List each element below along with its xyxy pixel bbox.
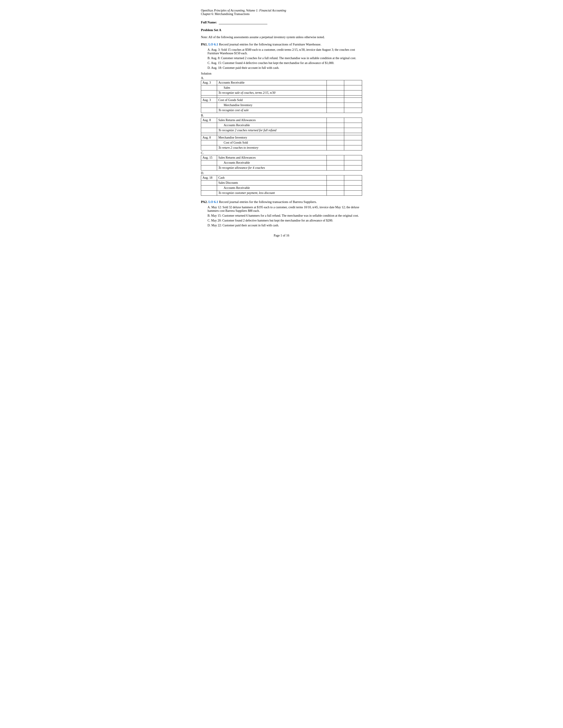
debit-cell <box>327 80 344 85</box>
journal-row: To recognize sale of couches, terms 2/15… <box>201 90 362 96</box>
journal-row: Aug. 15 Sales Returns and Allowances <box>201 155 362 160</box>
journal-row: Aug. 8 Sales Returns and Allowances <box>201 118 362 123</box>
entry-date <box>201 90 217 95</box>
credit-cell <box>344 85 362 90</box>
entry-account: Merchandise Inventory <box>217 135 327 140</box>
entry-date: Aug. 8 <box>201 118 217 123</box>
entry-memo: To recognize allowance for 4 couches <box>217 165 327 170</box>
entry-account: Sales Discounts <box>217 180 327 185</box>
credit-cell <box>344 175 362 180</box>
section-d-label: D. <box>201 171 362 175</box>
entry-memo: To recognize 2 couches returned for full… <box>217 128 327 133</box>
entry-date <box>201 85 217 90</box>
entry-account: Accounts Receivable <box>217 80 327 85</box>
problem-set-title: Problem Set A <box>201 28 362 32</box>
pa1-header: PA1. LO 6.1 Record journal entries for t… <box>201 43 362 46</box>
debit-cell <box>327 135 344 140</box>
page-footer: Page 1 of 16 <box>201 234 362 237</box>
list-item: B. May 15: Customer returned 6 hammers f… <box>207 214 362 218</box>
credit-cell <box>344 123 362 128</box>
credit-cell <box>344 186 362 190</box>
entry-date <box>201 128 217 133</box>
journal-row: To recognize customer payment, less disc… <box>201 191 362 195</box>
entry-date <box>201 108 217 113</box>
list-item: A. Aug. 3: Sold 15 couches at $500 each … <box>207 48 362 55</box>
credit-cell <box>344 128 362 133</box>
journal-block-d: Aug. 18 Cash Sales Discounts Accounts Re… <box>201 175 362 196</box>
journal-row: Aug. 3 Accounts Receivable <box>201 80 362 85</box>
entry-account: Cost of Goods Sold <box>217 98 327 103</box>
credit-cell <box>344 103 362 108</box>
journal-row: To recognize 2 couches returned for full… <box>201 128 362 133</box>
pa2-list: A. May 12: Sold 32 deluxe hammers at $19… <box>207 206 362 227</box>
header-publisher: OpenStax <box>201 9 214 12</box>
entry-memo: To recognize customer payment, less disc… <box>217 191 327 195</box>
debit-cell <box>327 175 344 180</box>
entry-account-indent: Cost of Goods Sold <box>217 140 327 145</box>
entry-memo: To recognize sale of couches, terms 2/15… <box>217 90 327 95</box>
pa1-description: Record journal entries for the following… <box>219 43 321 46</box>
entry-date <box>201 191 217 195</box>
pa1-list: A. Aug. 3: Sold 15 couches at $500 each … <box>207 48 362 70</box>
journal-row: Cost of Goods Sold <box>201 140 362 145</box>
entry-date <box>201 103 217 108</box>
journal-row: Accounts Receivable <box>201 160 362 165</box>
credit-cell <box>344 135 362 140</box>
pa2-header: PA2. LO 6.1 Record journal entries for t… <box>201 200 362 204</box>
pa1-label: PA1. <box>201 43 207 46</box>
credit-cell <box>344 160 362 165</box>
credit-cell <box>344 140 362 145</box>
credit-cell <box>344 180 362 185</box>
list-item: A. May 12: Sold 32 deluxe hammers at $19… <box>207 206 362 213</box>
header-title-italic: Principles of Accounting, Volume 1: Fina… <box>214 9 286 12</box>
entry-account: Sales Returns and Allowances <box>217 118 327 123</box>
journal-row: Merchandise Inventory <box>201 103 362 108</box>
debit-cell <box>327 155 344 160</box>
debit-cell <box>327 128 344 133</box>
list-item: D. May 22: Customer paid their account i… <box>207 224 362 227</box>
list-item: D. Aug. 18: Customer paid their account … <box>207 66 362 70</box>
entry-date <box>201 123 217 128</box>
note-text: Note: All of the following assessments a… <box>201 36 362 39</box>
journal-block-b: Aug. 8 Sales Returns and Allowances Acco… <box>201 118 362 150</box>
full-name-label: Full Name: <box>201 21 217 24</box>
section-c-label: C. <box>201 151 362 155</box>
entry-date: Aug. 3 <box>201 80 217 85</box>
header-line1: OpenStax Principles of Accounting, Volum… <box>201 9 362 12</box>
entry-date <box>201 165 217 170</box>
debit-cell <box>327 85 344 90</box>
entry-memo: To recognize cost of sale <box>217 108 327 113</box>
journal-row: Accounts Receivable <box>201 123 362 128</box>
entry-account: Cash <box>217 175 327 180</box>
debit-cell <box>327 108 344 113</box>
entry-account-indent: Accounts Receivable <box>217 160 327 165</box>
section-b-label: B. <box>201 114 362 117</box>
debit-cell <box>327 123 344 128</box>
debit-cell <box>327 165 344 170</box>
entry-date <box>201 140 217 145</box>
pa2-label: PA2. <box>201 200 207 204</box>
credit-cell <box>344 90 362 95</box>
debit-cell <box>327 145 344 150</box>
entry-date: Aug. 18 <box>201 175 217 180</box>
credit-cell <box>344 191 362 195</box>
journal-row: Aug. 3 Cost of Goods Sold <box>201 98 362 103</box>
journal-row: Aug. 18 Cash <box>201 175 362 180</box>
journal-row: Aug. 8 Merchandise Inventory <box>201 135 362 140</box>
entry-account: Sales Returns and Allowances <box>217 155 327 160</box>
credit-cell <box>344 108 362 113</box>
debit-cell <box>327 186 344 190</box>
full-name-section: Full Name: <box>201 20 362 24</box>
list-item: B. Aug. 8: Customer returned 2 couches f… <box>207 56 362 60</box>
entry-account-indent: Accounts Receivable <box>217 186 327 190</box>
journal-row: To recognize cost of sale <box>201 108 362 113</box>
entry-account-indent: Accounts Receivable <box>217 123 327 128</box>
pa2-lo-label: LO 6.1 <box>208 200 218 204</box>
credit-cell <box>344 80 362 85</box>
entry-date <box>201 180 217 185</box>
header-line2: Chapter 6: Merchandising Transactions <box>201 12 362 16</box>
journal-row: To recognize allowance for 4 couches <box>201 165 362 170</box>
pa2-description: Record journal entries for the following… <box>219 200 317 204</box>
debit-cell <box>327 90 344 95</box>
credit-cell <box>344 145 362 150</box>
